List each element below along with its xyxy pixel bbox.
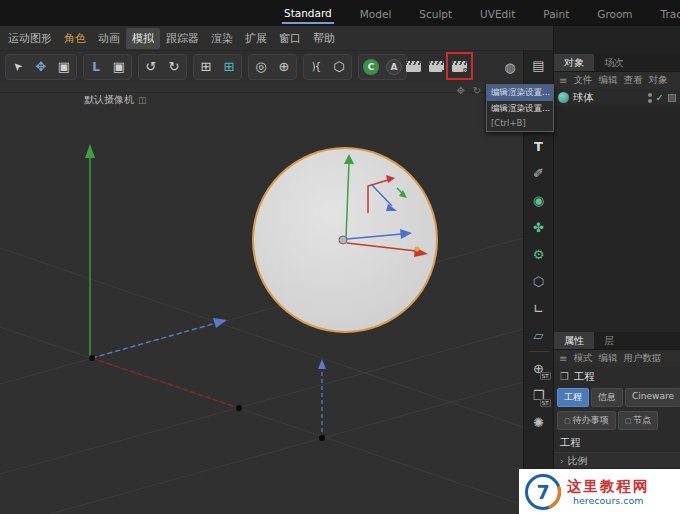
origin-point[interactable] (89, 355, 95, 361)
menu-help[interactable]: 帮助 (307, 28, 341, 49)
redo-button[interactable]: ↻ (163, 56, 185, 78)
tab-button-todo[interactable]: ▢待办事项 (557, 411, 616, 430)
attr-menu-edit[interactable]: 编辑 (598, 352, 617, 365)
workplane-lock-button[interactable]: ▣ (108, 56, 130, 78)
render-queue-button[interactable]: ▤ (528, 54, 550, 76)
todo-icon: ▢ (564, 417, 571, 425)
undo-button[interactable]: ↺ (140, 56, 162, 78)
om-menu-view[interactable]: 查看 (623, 74, 642, 87)
grid-icon: ⊞ (201, 60, 212, 73)
enabled-check-icon[interactable]: ✓ (656, 92, 664, 103)
quantize-button[interactable]: ⊞ (218, 56, 240, 78)
spline-tools-button[interactable]: ){ (305, 56, 327, 78)
menu-extensions[interactable]: 扩展 (239, 28, 273, 49)
scene-nodes-button[interactable]: ⊕ST (528, 357, 550, 379)
tab-takes[interactable]: 场次 (594, 54, 634, 71)
grid-point[interactable] (236, 405, 242, 411)
drop-point[interactable] (319, 435, 325, 441)
world-y-axis[interactable] (85, 144, 95, 358)
pen-tool-button[interactable]: ✐ (528, 162, 550, 184)
attr-menu-mode[interactable]: 模式 (573, 352, 592, 365)
layout-tab-sculpt[interactable]: Sculpt (417, 3, 454, 23)
interactive-render-icon: ◍ (504, 60, 515, 75)
pan-view-icon[interactable]: ✥ (456, 85, 464, 96)
chevron-right-icon: › (560, 456, 564, 466)
pen-icon: ✐ (533, 166, 544, 181)
viewport[interactable]: 默认摄像机 ◫ ✥ ↻ ⊕ ▣ (0, 82, 523, 514)
om-menu-edit[interactable]: 编辑 (598, 74, 617, 87)
field-button[interactable]: ⬡ (528, 270, 550, 292)
attr-menu-userdata[interactable]: 用户数据 (623, 352, 661, 365)
grid-snap-button[interactable]: ⊞ (195, 56, 217, 78)
cursor-icon: ➤ (11, 59, 25, 73)
menu-render[interactable]: 渲染 (205, 28, 239, 49)
workplane-z-axis[interactable] (92, 318, 227, 358)
render-settings-tooltip: 编辑渲染设置... 编辑渲染设置... [Ctrl+B] (486, 84, 554, 132)
render-settings-button[interactable]: ⚙ (448, 55, 470, 77)
layout-tab-groom[interactable]: Groom (595, 3, 634, 23)
workplane-mode-button[interactable]: ◎ (250, 56, 272, 78)
hamburger-icon[interactable]: ≡ (559, 353, 567, 364)
orbit-view-icon[interactable]: ↻ (473, 85, 481, 96)
layout-tab-paint[interactable]: Paint (541, 3, 571, 23)
tooltip-item[interactable]: 编辑渲染设置... (487, 85, 553, 101)
menu-animate[interactable]: 动画 (92, 28, 126, 49)
selection-row: ❒ 工程 (554, 367, 680, 386)
tab-layers[interactable]: 层 (594, 332, 624, 349)
asset-hexagon-button[interactable]: ⬡ (328, 56, 350, 78)
volume-sphere-button[interactable]: ◉ (528, 189, 550, 211)
menu-mograph[interactable]: 运动图形 (2, 28, 58, 49)
text-object-button[interactable]: T (528, 135, 550, 157)
hamburger-icon[interactable]: ≡ (559, 75, 567, 86)
camera-popup-icon[interactable]: ◫ (138, 95, 147, 105)
menu-tracker[interactable]: 跟踪器 (160, 28, 205, 49)
layout-tab-standard[interactable]: Standard (282, 2, 334, 24)
layout-tabs: Standard Model Sculpt UVEdit Paint Groom… (282, 0, 680, 26)
drop-line[interactable] (318, 359, 326, 435)
measure-button[interactable]: ∟ (528, 297, 550, 319)
render-view-button[interactable] (402, 55, 424, 77)
menu-window[interactable]: 窗口 (273, 28, 307, 49)
tab-button-nodes[interactable]: ▢节点 (618, 411, 659, 430)
axis-mode-button[interactable]: ⊕ (273, 56, 295, 78)
om-menu-object[interactable]: 对象 (648, 74, 667, 87)
deformer-button[interactable]: ▱ (528, 324, 550, 346)
light-icon: ✺ (533, 415, 544, 430)
simulation-button[interactable]: ⚙ (528, 243, 550, 265)
object-list-area[interactable] (554, 106, 680, 332)
cloner-button[interactable]: ✤ (528, 216, 550, 238)
layout-tab-model[interactable]: Model (358, 3, 394, 23)
menu-bar: 运动图形 角色 动画 模拟 跟踪器 渲染 扩展 窗口 帮助 (0, 26, 553, 50)
nodes-icon: ▢ (625, 417, 632, 425)
menu-character[interactable]: 角色 (58, 28, 92, 49)
capsule-c-button[interactable]: C (360, 56, 382, 78)
scale-tool-button[interactable]: ▣ (53, 56, 75, 78)
ring-icon: ◎ (255, 60, 266, 73)
layout-tab-uvedit[interactable]: UVEdit (478, 3, 517, 23)
interactive-render-button[interactable]: ◍ (500, 57, 520, 77)
object-row-sphere[interactable]: 球体 ✓ (554, 89, 680, 106)
workplane-l-button[interactable]: L (85, 56, 107, 78)
camera-label[interactable]: 默认摄像机 (84, 93, 134, 107)
visibility-dots-icon[interactable] (648, 93, 652, 103)
render-view-icon (406, 61, 421, 72)
om-menu-file[interactable]: 文件 (573, 74, 592, 87)
render-picture-viewer-button[interactable]: ▸ (425, 55, 447, 77)
move-tool-button[interactable]: ✥ (30, 56, 52, 78)
redo-icon: ↻ (169, 60, 180, 73)
tab-button-info[interactable]: 信息 (591, 388, 623, 407)
tab-objects[interactable]: 对象 (554, 54, 594, 71)
live-selection-tool-button[interactable]: ➤ (7, 56, 29, 78)
tab-attributes[interactable]: 属性 (554, 332, 594, 349)
object-name[interactable]: 球体 (573, 91, 644, 105)
layout-tab-track[interactable]: Track (659, 3, 680, 23)
crosshair-icon: ⊕ (279, 60, 290, 73)
tooltip-item[interactable]: 编辑渲染设置... (487, 101, 553, 117)
tab-button-project[interactable]: 工程 (557, 388, 589, 407)
tab-button-cineware[interactable]: Cineware (625, 388, 680, 407)
fold-row-scale[interactable]: › 比例 (554, 452, 680, 469)
scene-cube-button[interactable]: ❐ST (528, 384, 550, 406)
light-button[interactable]: ✺ (528, 411, 550, 433)
menu-simulate[interactable]: 模拟 (126, 28, 160, 49)
object-tag-icon[interactable] (668, 94, 676, 102)
